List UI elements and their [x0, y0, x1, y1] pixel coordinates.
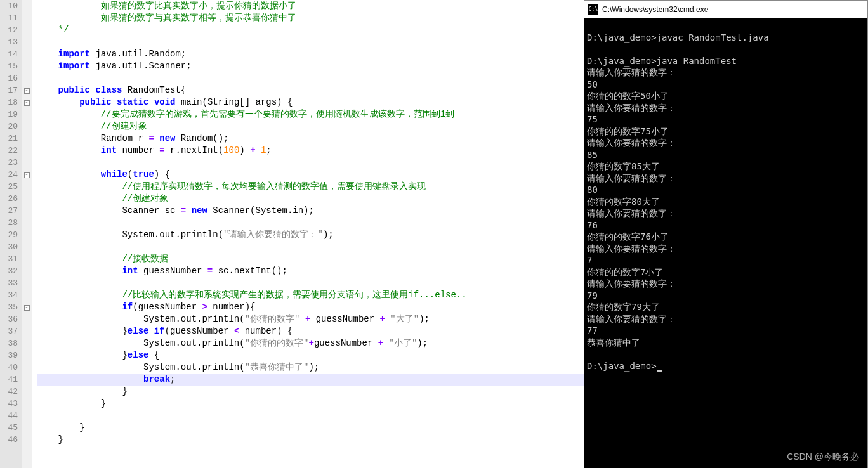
line-number: 25: [0, 181, 18, 193]
line-number: 34: [0, 289, 18, 301]
cmd-line: 你猜的数字79大了: [587, 301, 865, 313]
line-number: 24: [0, 169, 18, 181]
cmd-line: 你猜的的数字50小了: [587, 90, 865, 102]
cmd-line: 请输入你要猜的数字：: [587, 102, 865, 114]
cmd-icon: C:\: [588, 4, 598, 15]
cmd-line: 77: [587, 325, 865, 337]
cmd-line: D:\java_demo>javac RandomTest.java: [587, 32, 865, 44]
cmd-line: [587, 348, 865, 360]
cmd-line: 你猜的的数字76小了: [587, 231, 865, 243]
line-number: 22: [0, 145, 18, 157]
cmd-line: D:\java_demo>: [587, 360, 865, 372]
line-number: 39: [0, 349, 18, 361]
cmd-line: 80: [587, 184, 865, 196]
cmd-line: 请输入你要猜的数字：: [587, 67, 865, 79]
cmd-line: 7: [587, 254, 865, 266]
fold-toggle[interactable]: -: [24, 305, 30, 311]
cmd-line: 你猜的的数字75小了: [587, 126, 865, 138]
line-number: 40: [0, 361, 18, 374]
line-number: 18: [0, 96, 18, 108]
line-number: 16: [0, 72, 18, 84]
line-number: 11: [0, 12, 18, 24]
line-number: 15: [0, 60, 18, 72]
cmd-line: 恭喜你猜中了: [587, 337, 865, 349]
line-number: 46: [0, 434, 18, 446]
line-number: 44: [0, 410, 18, 422]
line-number: 37: [0, 325, 18, 337]
watermark: CSDN @今晚务必: [787, 452, 859, 463]
cmd-line: 请输入你要猜的数字：: [587, 207, 865, 219]
line-number: 36: [0, 313, 18, 325]
cmd-title: C:\Windows\system32\cmd.exe: [602, 5, 708, 14]
line-number: 13: [0, 36, 18, 48]
line-number: 32: [0, 265, 18, 277]
line-number: 27: [0, 205, 18, 217]
fold-column[interactable]: ----: [22, 0, 32, 468]
line-number: 10: [0, 0, 18, 12]
line-number: 41: [0, 374, 18, 386]
line-number: 23: [0, 157, 18, 169]
line-number: 42: [0, 386, 18, 398]
line-number: 21: [0, 133, 18, 145]
line-number: 38: [0, 337, 18, 349]
cmd-line: 请输入你要猜的数字：: [587, 243, 865, 255]
cmd-line: 50: [587, 79, 865, 91]
line-number: 33: [0, 277, 18, 289]
line-number: 17: [0, 84, 18, 96]
line-number-gutter: 1011121314151617181920212223242526272829…: [0, 0, 22, 468]
line-number: 31: [0, 253, 18, 265]
cmd-window[interactable]: C:\ C:\Windows\system32\cmd.exe D:\java_…: [584, 0, 868, 468]
line-number: 26: [0, 193, 18, 205]
cmd-line: 请输入你要猜的数字：: [587, 278, 865, 290]
cmd-line: [587, 43, 865, 55]
cmd-line: 你猜的数字80大了: [587, 196, 865, 208]
line-number: 30: [0, 241, 18, 253]
line-number: 35: [0, 301, 18, 313]
cmd-titlebar[interactable]: C:\ C:\Windows\system32\cmd.exe: [584, 1, 867, 18]
cmd-line: 请输入你要猜的数字：: [587, 172, 865, 185]
fold-toggle[interactable]: -: [24, 88, 30, 94]
cmd-line: 79: [587, 290, 865, 302]
fold-toggle[interactable]: -: [24, 172, 30, 178]
cmd-line: D:\java_demo>java RandomTest: [587, 55, 865, 67]
line-number: 20: [0, 120, 18, 133]
cmd-line: 85: [587, 149, 865, 161]
line-number: 29: [0, 229, 18, 241]
cursor: [657, 370, 662, 372]
cmd-line: 75: [587, 114, 865, 126]
fold-toggle[interactable]: -: [24, 100, 30, 106]
cmd-output[interactable]: D:\java_demo>javac RandomTest.java D:\ja…: [584, 18, 867, 468]
cmd-line: 请输入你要猜的数字：: [587, 137, 865, 149]
cmd-line: 请输入你要猜的数字：: [587, 313, 865, 325]
line-number: 45: [0, 422, 18, 434]
cmd-line: [587, 20, 865, 32]
cmd-line: 76: [587, 219, 865, 231]
cmd-line: 你猜的数字85大了: [587, 160, 865, 172]
line-number: 14: [0, 48, 18, 60]
cmd-line: 你猜的的数字7小了: [587, 266, 865, 278]
line-number: 12: [0, 24, 18, 36]
line-number: 28: [0, 217, 18, 229]
line-number: 19: [0, 108, 18, 120]
line-number: 43: [0, 398, 18, 410]
